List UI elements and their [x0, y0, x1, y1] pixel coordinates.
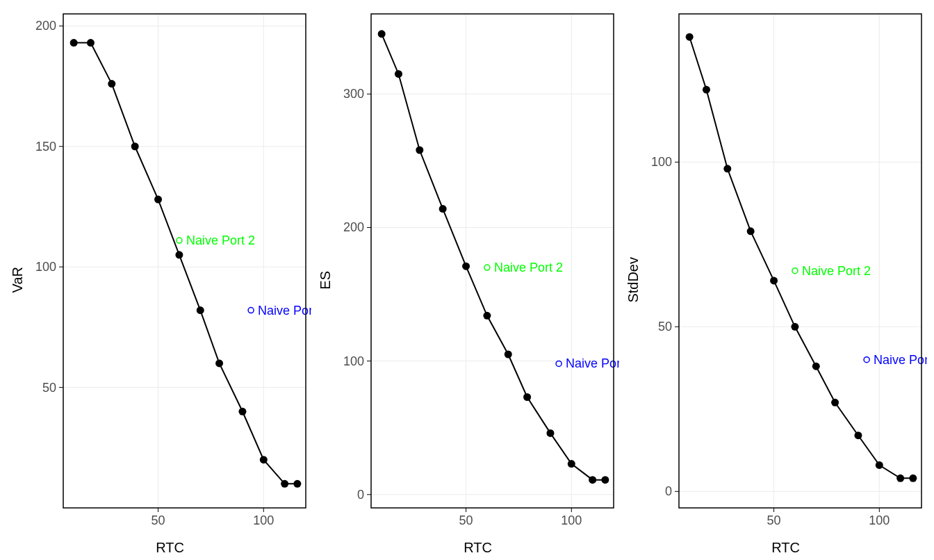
data-point	[108, 80, 115, 88]
data-point	[896, 475, 904, 482]
data-point	[378, 30, 386, 38]
data-point	[876, 461, 883, 469]
annotation-label: Naive Port 2	[802, 264, 871, 278]
y-tick-label: 100	[343, 354, 364, 368]
x-tick-label: 50	[151, 513, 165, 527]
y-tick-label: 150	[35, 140, 56, 154]
data-point	[281, 480, 288, 488]
data-point	[197, 306, 204, 314]
charts-container: VaR Naive Port 2Naive Port 1501005010015…	[7, 7, 927, 553]
y-tick-label: 300	[343, 87, 364, 101]
y-tick-label: 200	[343, 220, 364, 234]
naive-point	[864, 357, 869, 363]
x-axis-label: RTC	[644, 537, 927, 556]
naive-point	[248, 308, 254, 313]
data-point	[215, 359, 223, 367]
y-axis-label: ES	[315, 271, 336, 290]
data-point	[293, 480, 301, 488]
data-point	[686, 33, 694, 41]
x-axis-label: RTC	[28, 537, 311, 556]
x-axis-label: RTC	[336, 537, 619, 556]
y-tick-label: 0	[665, 484, 672, 498]
svg-rect-6	[63, 14, 306, 508]
y-tick-label: 50	[42, 381, 56, 395]
data-point	[546, 429, 554, 437]
data-point	[770, 277, 778, 284]
data-point	[909, 475, 917, 482]
data-point	[483, 312, 491, 320]
naive-point	[177, 238, 182, 243]
svg-rect-19	[371, 14, 614, 508]
y-tick-label: 0	[357, 488, 364, 502]
data-point	[87, 39, 95, 47]
data-point	[791, 323, 798, 331]
x-tick-label: 100	[561, 513, 582, 527]
y-tick-label: 200	[35, 19, 56, 33]
data-point	[260, 456, 268, 463]
naive-point	[484, 265, 490, 270]
x-tick-label: 50	[767, 513, 781, 527]
plot-area-es: Naive Port 2Naive Port 1501000100200300	[336, 7, 619, 537]
chart-panel-es: ES Naive Port 2Naive Port 15010001002003…	[315, 7, 619, 553]
data-point	[723, 165, 731, 172]
data-point	[747, 227, 755, 235]
y-tick-label: 50	[658, 320, 672, 333]
x-tick-label: 100	[869, 513, 890, 527]
plot-area-stddev: Naive Port 2Naive Port 150100050100	[644, 7, 927, 537]
data-point	[854, 431, 862, 439]
data-point	[238, 408, 246, 415]
chart-panel-var: VaR Naive Port 2Naive Port 1501005010015…	[7, 7, 311, 553]
data-point	[439, 205, 447, 213]
data-point	[523, 393, 531, 401]
data-point	[154, 196, 162, 204]
data-point	[416, 147, 423, 154]
chart-panel-stddev: StdDev Naive Port 2Naive Port 1501000501…	[623, 7, 927, 553]
y-tick-label: 100	[35, 260, 56, 274]
y-axis-label: VaR	[7, 267, 28, 293]
annotation-label: Naive Port 1	[566, 356, 619, 370]
x-tick-label: 50	[459, 513, 473, 527]
data-point	[505, 351, 512, 359]
data-point	[831, 399, 839, 406]
y-axis-label: StdDev	[623, 257, 644, 303]
x-tick-label: 100	[253, 513, 274, 527]
data-point	[601, 476, 609, 484]
annotation-label: Naive Port 2	[494, 261, 563, 274]
annotation-label: Naive Port 2	[186, 233, 255, 247]
naive-point	[792, 268, 798, 274]
data-point	[70, 39, 78, 47]
plot-area-var: Naive Port 2Naive Port 15010050100150200	[28, 7, 311, 537]
annotation-label: Naive Port 1	[258, 304, 311, 318]
data-point	[462, 263, 470, 270]
annotation-label: Naive Port 1	[874, 353, 927, 367]
y-tick-label: 100	[651, 155, 672, 169]
data-point	[812, 363, 820, 370]
data-point	[395, 70, 402, 78]
data-point	[131, 142, 139, 150]
data-point	[589, 476, 596, 484]
data-point	[703, 86, 710, 94]
svg-rect-31	[679, 14, 921, 508]
naive-point	[556, 361, 562, 366]
data-point	[175, 251, 183, 258]
data-point	[568, 460, 575, 468]
